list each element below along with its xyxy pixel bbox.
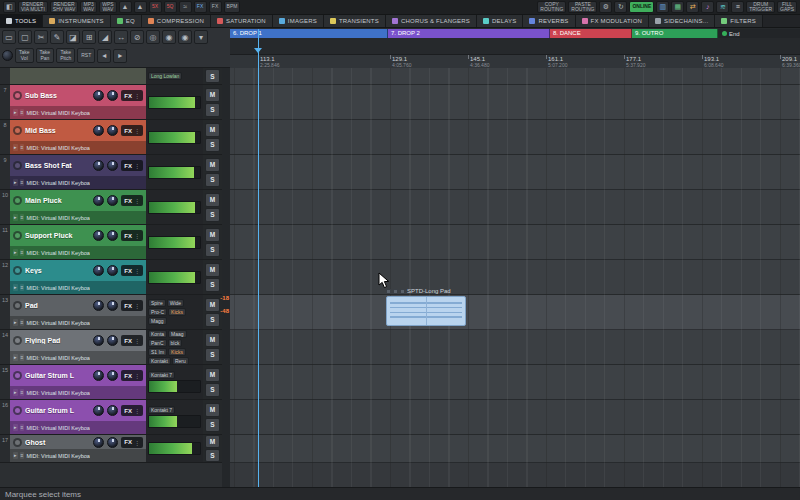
volume-knob[interactable] (93, 90, 104, 101)
tab-reverbs[interactable]: REVERBS (523, 15, 575, 27)
record-arm-button[interactable] (13, 336, 22, 345)
solo-button[interactable]: S (205, 383, 220, 397)
midi-input-label[interactable]: MIDI: Virtual MIDI Keyboa (26, 390, 89, 396)
arrange-lane-bass-shot-fat[interactable] (230, 155, 800, 190)
env-icon[interactable]: ▸ (13, 179, 18, 186)
io-icon[interactable]: ≡ (20, 424, 25, 431)
io-icon[interactable]: ≡ (20, 179, 25, 186)
midi-input-label[interactable]: MIDI: Virtual MIDI Keyboa (26, 145, 89, 151)
track-row-main-pluck[interactable]: 10Main PluckFX⋮▸≡MIDI: Virtual MIDI Keyb… (0, 190, 222, 225)
io-icon[interactable]: ≡ (20, 214, 25, 221)
record-arm-button[interactable] (13, 196, 22, 205)
next-take-icon[interactable]: ▸ (113, 49, 127, 63)
fx-chip[interactable]: Reru (172, 357, 189, 365)
render-via-multi-button[interactable]: RENDER VIA MULTI (18, 1, 48, 13)
routing-matrix-icon[interactable]: ⇄ (686, 1, 699, 13)
record-arm-button[interactable] (13, 231, 22, 240)
timeline-ruler[interactable]: 113.12:25.846129.14:05.760145.14:36.4801… (230, 54, 800, 68)
record-arm-button[interactable] (13, 301, 22, 310)
pencil-tool-icon[interactable]: ✎ (50, 30, 64, 44)
snap-knob-icon[interactable]: ◉ (178, 30, 192, 44)
solo-button[interactable]: S (205, 278, 220, 292)
io-icon[interactable]: ≡ (20, 452, 25, 459)
tab-instruments[interactable]: INSTRUMENTS (43, 15, 111, 27)
pan-knob[interactable] (107, 160, 118, 171)
stretch-tool-icon[interactable]: ↔ (114, 30, 128, 44)
env-icon[interactable]: ▸ (13, 389, 18, 396)
solo-button[interactable]: S (205, 138, 220, 152)
midi-input-label[interactable]: MIDI: Virtual MIDI Keyboa (26, 425, 89, 431)
solo-button[interactable]: S (205, 103, 220, 117)
fx-button[interactable]: FX⋮ (121, 125, 143, 136)
paste-routing-button[interactable]: PASTE ROUTING (568, 1, 597, 13)
mute-button[interactable]: M (205, 88, 220, 102)
solo-button[interactable]: S (205, 173, 220, 187)
fx-button[interactable]: FX⋮ (121, 230, 143, 241)
track-row-bass-shot-fat[interactable]: 9Bass Shot FatFX⋮▸≡MIDI: Virtual MIDI Ke… (0, 155, 222, 190)
midi-editor-icon[interactable]: ♪ (701, 1, 714, 13)
region-8-dance[interactable]: 8. DANCE (550, 29, 632, 38)
render-shv-wav-button[interactable]: RENDER SHV WAV (50, 1, 79, 13)
fx-button[interactable]: FX⋮ (121, 437, 143, 448)
eraser-tool-icon[interactable]: ◪ (66, 30, 80, 44)
tab-eq[interactable]: EQ (111, 15, 142, 27)
prev-take-icon[interactable]: ◂ (97, 49, 111, 63)
end-marker[interactable]: End (722, 29, 740, 38)
record-arm-button[interactable] (13, 161, 22, 170)
tab-filters[interactable]: FILTERS (715, 15, 763, 27)
volume-knob[interactable] (93, 160, 104, 171)
clear-5x-button[interactable]: 5X (149, 1, 162, 13)
env-icon[interactable]: ▸ (13, 284, 18, 291)
region-6-drop-1[interactable]: 6. DROP 1 (230, 29, 388, 38)
tab-imagers[interactable]: IMAGERS (273, 15, 324, 27)
fx-button[interactable]: FX⋮ (121, 265, 143, 276)
fx-chip[interactable]: Wide (167, 299, 184, 307)
env-icon[interactable]: ▸ (13, 249, 18, 256)
track-row-ghost[interactable]: 17GhostFX⋮▸≡MIDI: Virtual MIDI KeyboaMS (0, 435, 222, 463)
fx-chip[interactable]: Kontakt 7 (148, 406, 175, 414)
volume-knob[interactable] (93, 300, 104, 311)
wps-wav-button[interactable]: WPS WAV (99, 1, 116, 13)
grid-knob-icon[interactable]: ◉ (162, 30, 176, 44)
fill-gaps-button[interactable]: FILL GAPS (777, 1, 797, 13)
fx-chip[interactable]: Konta (148, 330, 167, 338)
arrange-lane-sub-bass[interactable] (230, 85, 800, 120)
arrange-lane-pad[interactable] (230, 295, 800, 330)
pan-knob[interactable] (107, 300, 118, 311)
midi-input-label[interactable]: MIDI: Virtual MIDI Keyboa (26, 180, 89, 186)
solo-button[interactable]: S (205, 208, 220, 222)
bpm-button[interactable]: BPM (224, 1, 241, 13)
midi-input-label[interactable]: MIDI: Virtual MIDI Keyboa (26, 453, 89, 459)
fx-chip[interactable]: Kicks (168, 308, 186, 316)
solo-button[interactable]: S (205, 313, 220, 327)
midi-input-label[interactable]: MIDI: Virtual MIDI Keyboa (26, 320, 89, 326)
io-icon[interactable]: ≡ (20, 354, 25, 361)
volume-knob[interactable] (93, 230, 104, 241)
fx-button[interactable]: FX⋮ (121, 335, 143, 346)
item-props-icon[interactable] (400, 289, 405, 294)
record-arm-button[interactable] (13, 371, 22, 380)
track-row-mid-bass[interactable]: 8Mid BassFX⋮▸≡MIDI: Virtual MIDI KeyboaM… (0, 120, 222, 155)
razor-tool-icon[interactable]: ✂ (34, 30, 48, 44)
tab-saturation[interactable]: SATURATION (211, 15, 273, 27)
metronome-2-icon[interactable]: ▲ (134, 1, 147, 13)
midi-input-label[interactable]: MIDI: Virtual MIDI Keyboa (26, 215, 89, 221)
track-row-sub-bass[interactable]: 7Sub BassFX⋮▸≡MIDI: Virtual MIDI KeyboaM… (0, 85, 222, 120)
track-row-flying-pad[interactable]: 14Flying PadFX⋮▸≡MIDI: Virtual MIDI Keyb… (0, 330, 222, 365)
mute-button[interactable]: M (205, 403, 220, 417)
region-lane[interactable]: 6. DROP 17. DROP 28. DANCE9. OUTROEnd (230, 29, 800, 38)
monitor-icon[interactable]: ◧ (3, 1, 16, 13)
fx-chip[interactable]: Maag (168, 330, 187, 338)
region-7-drop-2[interactable]: 7. DROP 2 (388, 29, 550, 38)
solo-button[interactable]: S (205, 449, 220, 462)
tools-menu-icon[interactable]: ▾ (194, 30, 208, 44)
mute-button[interactable]: M (205, 193, 220, 207)
fx-chip[interactable]: Long Lowlan (148, 72, 182, 80)
tab-sidechains[interactable]: SIDECHAINS... (649, 15, 715, 27)
tab-delays[interactable]: DELAYS (477, 15, 523, 27)
io-icon[interactable]: ≡ (20, 389, 25, 396)
fx-button[interactable]: FX⋮ (121, 195, 143, 206)
volume-knob[interactable] (93, 335, 104, 346)
take-pan-button[interactable]: Take Pan (36, 48, 55, 63)
item-fx-icon[interactable] (393, 289, 398, 294)
